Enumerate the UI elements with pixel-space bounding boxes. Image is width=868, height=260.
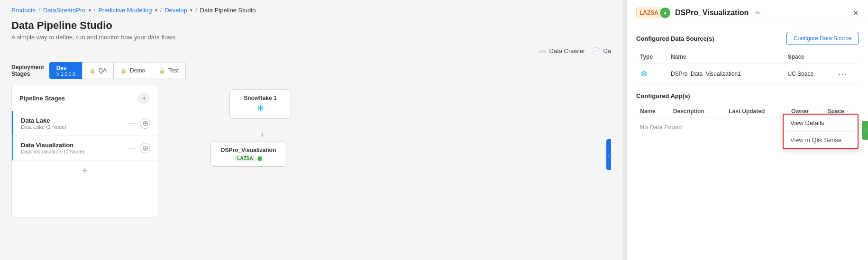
close-btn[interactable]: × <box>853 8 859 18</box>
rp-apps-section-header: Configured App(s) <box>636 92 859 99</box>
pipeline-header: Pipeline Stages ‹ <box>12 85 158 111</box>
develop-dropdown-icon[interactable]: ▾ <box>190 8 192 13</box>
side-panel-handle[interactable]: ⋮ <box>862 121 868 140</box>
breadcrumb-sep-2: / <box>94 7 96 14</box>
ds-table: Type Name Space ❄ DSPro_Data_Visualizati… <box>636 51 859 85</box>
toolbar-area: ≡≡ Data Crawler 📄 Da <box>0 45 622 56</box>
stage-demo[interactable]: 🔒 Demo <box>113 62 152 79</box>
deployment-label-line2: Stages <box>11 71 44 77</box>
page-header: Data Pipeline Studio A simple way to def… <box>0 18 622 45</box>
page-subtitle: A simple way to define, run and monitor … <box>11 34 611 41</box>
datastreamPro-dropdown-icon[interactable]: ▾ <box>89 8 91 13</box>
lock-icon-test: 🔒 <box>159 68 165 74</box>
data-viz-more-btn[interactable]: ⋯ <box>128 143 136 152</box>
dropdown-menu: View Details View in Qlik Sense <box>783 114 859 149</box>
breadcrumb-predictive-modeling[interactable]: Predictive Modeling <box>98 7 152 14</box>
da-label: Da <box>603 47 611 54</box>
pipeline-item-data-viz-actions: ⋯ ⊕ <box>128 143 150 153</box>
pipeline-item-data-lake-actions: ⋯ ⊕ <box>128 118 150 129</box>
right-panel: LAZSA ● DSPro_Visualization ✏ × Configur… <box>626 0 868 260</box>
green-circle-logo: ● <box>660 8 670 18</box>
breadcrumb-datastreamPro[interactable]: DataStreamPro <box>43 7 86 14</box>
canvas-arrow: ↓ <box>260 130 264 138</box>
ds-table-name-header: Name <box>667 51 784 63</box>
plus-row: + <box>12 161 158 181</box>
add-pipeline-stage-btn[interactable]: + <box>82 165 88 176</box>
dspro-brand-row: LAZSA <box>218 155 279 161</box>
stage-dev-label: Dev <box>56 65 75 72</box>
pipeline-panel: Pipeline Stages ‹ Data Lake Data Lake (1… <box>11 85 158 217</box>
stage-test-label: Test <box>168 67 179 74</box>
data-crawler-btn[interactable]: ≡≡ Data Crawler <box>539 47 585 54</box>
stage-qa-label: QA <box>99 67 107 74</box>
snowflake-type-icon: ❄ <box>640 69 648 79</box>
panel-divider <box>622 0 626 260</box>
deployment-stages: Deployment Stages Dev V 1.0.0.0 🔒 QA 🔒 D… <box>0 56 622 85</box>
rp-header-left: LAZSA ● DSPro_Visualization ✏ <box>636 8 761 18</box>
lazsa-badge: LAZSA <box>235 155 255 161</box>
ds-row-name: DSPro_Data_Visualization1 <box>667 63 784 85</box>
apps-table-desc-header: Description <box>669 105 725 118</box>
breadcrumb: Products / DataStreamPro ▾ / Predictive … <box>0 0 622 18</box>
data-crawler-label: Data Crawler <box>549 47 585 54</box>
canvas-node-snowflake[interactable]: Snowflake 1 ❄ <box>229 90 291 119</box>
canvas-panel-handle[interactable]: ⋮ <box>606 146 611 170</box>
grid-icon: ≡≡ <box>539 47 546 54</box>
rp-header: LAZSA ● DSPro_Visualization ✏ × <box>627 0 868 24</box>
breadcrumb-sep-4: / <box>195 7 197 14</box>
pipeline-item-data-lake-name: Data Lake <box>21 117 66 124</box>
edit-icon[interactable]: ✏ <box>755 9 761 17</box>
configured-sources-title: Configured Data Source(s) <box>636 35 714 42</box>
rp-section-header: Configured Data Source(s) Configure Data… <box>636 32 859 45</box>
configure-ds-btn[interactable]: Configure Data Source <box>786 32 859 45</box>
snowflake-icon: ❄ <box>237 103 284 114</box>
stage-dev[interactable]: Dev V 1.0.0.0 <box>49 62 82 79</box>
pipeline-item-data-visualization[interactable]: Data Visualization Data Visualization (1… <box>12 136 158 161</box>
ds-row-space: UC Space <box>784 63 834 85</box>
pipeline-item-data-lake[interactable]: Data Lake Data Lake (1 Node) ⋯ ⊕ <box>12 111 158 136</box>
rp-configured-sources-section: Configured Data Source(s) Configure Data… <box>627 24 868 85</box>
breadcrumb-products[interactable]: Products <box>11 7 36 14</box>
deployment-label-line1: Deployment <box>11 64 44 71</box>
breadcrumb-sep-1: / <box>38 7 40 14</box>
breadcrumb-develop[interactable]: Develop <box>164 7 187 14</box>
pipeline-item-data-viz-info: Data Visualization Data Visualization (1… <box>21 142 84 154</box>
pipeline-item-data-lake-info: Data Lake Data Lake (1 Node) <box>21 117 66 130</box>
data-viz-add-btn[interactable]: ⊕ <box>140 143 150 153</box>
breadcrumb-current: Data Pipeline Studio <box>200 7 256 14</box>
main-content: Pipeline Stages ‹ Data Lake Data Lake (1… <box>0 85 622 217</box>
pipeline-item-data-viz-sub: Data Visualization (1 Node) <box>21 149 84 154</box>
left-panel: Products / DataStreamPro ▾ / Predictive … <box>0 0 622 260</box>
da-btn[interactable]: 📄 Da <box>593 47 611 54</box>
breadcrumb-sep-3: / <box>160 7 162 14</box>
lock-icon-qa: 🔒 <box>89 68 96 74</box>
stage-dev-version: V 1.0.0.0 <box>56 72 75 77</box>
apps-table-name-header: Name <box>636 105 669 118</box>
doc-icon: 📄 <box>593 47 600 54</box>
green-status-dot <box>257 156 262 161</box>
dropdown-view-details[interactable]: View Details <box>784 115 858 131</box>
stage-test[interactable]: 🔒 Test <box>152 62 186 79</box>
stage-demo-label: Demo <box>130 67 145 74</box>
lazsa-logo: LAZSA <box>636 8 662 18</box>
pipeline-item-data-viz-name: Data Visualization <box>21 142 84 149</box>
ds-row-more-btn[interactable]: ⋯ <box>838 69 847 79</box>
dropdown-view-qlik[interactable]: View in Qlik Sense <box>784 131 858 148</box>
page-title: Data Pipeline Studio <box>11 19 611 32</box>
lock-icon-demo: 🔒 <box>120 68 127 74</box>
stage-qa[interactable]: 🔒 QA <box>82 62 114 79</box>
pipeline-item-data-lake-sub: Data Lake (1 Node) <box>21 124 66 130</box>
canvas-node-dspro[interactable]: DSPro_Visualization LAZSA <box>210 142 286 167</box>
apps-table-updated-header: Last Updated <box>725 105 787 118</box>
data-lake-more-btn[interactable]: ⋯ <box>128 119 136 128</box>
rp-title: DSPro_Visualization <box>675 9 749 17</box>
pipeline-header-label: Pipeline Stages <box>19 95 65 102</box>
predictive-modeling-dropdown-icon[interactable]: ▾ <box>155 8 157 13</box>
dspro-node-title: DSPro_Visualization <box>218 147 279 153</box>
ds-table-type-header: Type <box>636 51 667 63</box>
configured-apps-title: Configured App(s) <box>636 92 690 99</box>
snowflake-node-title: Snowflake 1 <box>237 95 284 101</box>
data-lake-add-btn[interactable]: ⊕ <box>140 118 150 129</box>
side-handle-icon: ⋮ <box>863 128 868 133</box>
pipeline-collapse-btn[interactable]: ‹ <box>138 92 150 104</box>
